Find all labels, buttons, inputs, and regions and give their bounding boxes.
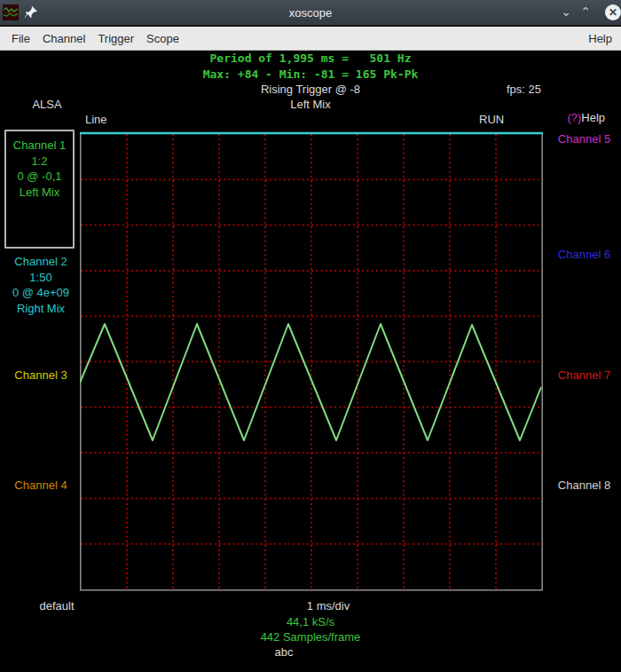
scope-graticule-and-trace (80, 131, 543, 591)
channel-2-panel[interactable]: Channel 2 1:50 0 @ 4e+09 Right Mix (0, 254, 82, 316)
period-readout: Period of 1,995 ms = 501 Hz (0, 51, 621, 65)
channel-1-source: Left Mix (6, 185, 73, 201)
registers-label: abc (248, 645, 319, 659)
menu-bar: File Channel Trigger Scope Help (0, 27, 621, 51)
channel-2-source: Right Mix (0, 301, 82, 317)
help-link-prefix: (?) (567, 111, 581, 124)
menu-trigger[interactable]: Trigger (91, 27, 140, 51)
mix-label: Left Mix (0, 98, 621, 111)
trigger-source-label: Line (85, 113, 107, 126)
timebase-label: 1 ms/div (293, 599, 364, 613)
channel-2-name: Channel 2 (0, 254, 82, 270)
menu-file[interactable]: File (5, 27, 36, 51)
scope-display (80, 131, 543, 591)
xoscope-window: xoscope ⌄ ⌃ ✕ File Channel Trigger Scope… (0, 0, 621, 672)
channel-2-scale: 1:50 (0, 270, 82, 286)
channel-7-label[interactable]: Channel 7 (547, 368, 621, 382)
waveform-trace (80, 324, 541, 440)
samples-per-frame-label: 442 Samples/frame (0, 630, 621, 644)
channel-1-scale: 1:2 (6, 154, 73, 170)
channel-1-offset: 0 @ -0,1 (6, 169, 73, 185)
channel-2-offset: 0 @ 4e+09 (0, 285, 82, 301)
menu-help[interactable]: Help (588, 27, 612, 51)
channel-6-label[interactable]: Channel 6 (547, 248, 621, 261)
peak-readout: Max: +84 - Min: -81 = 165 Pk-Pk (0, 67, 621, 81)
channel-4-label[interactable]: Channel 4 (0, 478, 82, 492)
fps-readout: fps: 25 (460, 83, 541, 96)
maximize-button[interactable]: ⌃ (577, 0, 594, 26)
channel-3-label[interactable]: Channel 3 (0, 368, 82, 382)
file-label: default (21, 599, 92, 613)
channel-5-label[interactable]: Channel 5 (547, 132, 621, 146)
menu-channel[interactable]: Channel (36, 27, 91, 51)
channel-8-label[interactable]: Channel 8 (547, 478, 621, 492)
channel-1-name: Channel 1 (6, 138, 73, 154)
minimize-button[interactable]: ⌄ (557, 0, 575, 26)
close-button[interactable]: ✕ (605, 4, 621, 20)
channel-1-panel[interactable]: Channel 1 1:2 0 @ -0,1 Left Mix (4, 130, 75, 249)
help-link-label: Help (581, 111, 605, 124)
window-title: xoscope (0, 0, 621, 26)
menu-scope[interactable]: Scope (140, 27, 185, 51)
title-bar: xoscope ⌄ ⌃ ✕ (0, 0, 621, 26)
sample-rate-label: 44,1 kS/s (0, 615, 621, 629)
run-status-label[interactable]: RUN (479, 113, 504, 126)
